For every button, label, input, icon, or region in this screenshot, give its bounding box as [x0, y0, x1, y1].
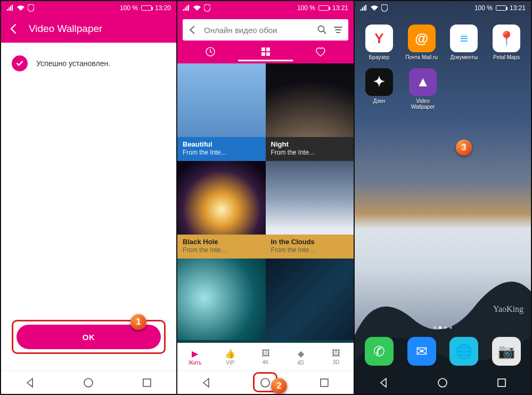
tab-categories[interactable]: [238, 44, 293, 60]
app-Petal-Maps[interactable]: 📍 Petal Maps: [487, 25, 526, 61]
filter-icon[interactable]: [333, 25, 343, 35]
wallpaper-card[interactable]: Beautiful From the Inte…: [177, 63, 266, 161]
back-icon[interactable]: [9, 23, 19, 34]
bottom-tab-VIP[interactable]: 👍VIP: [212, 343, 248, 370]
nav-back-icon[interactable]: [378, 377, 390, 389]
app-title: Video Wallpaper: [29, 23, 102, 35]
app-Документы[interactable]: ≡ Документы: [445, 25, 483, 61]
card-subtitle: From the Inte…: [183, 149, 260, 157]
category-tabs: [183, 44, 348, 60]
callout-3: 3: [456, 140, 472, 156]
battery-icon: [318, 5, 329, 11]
bottom-tab-4K[interactable]: 🖼4K: [248, 343, 283, 370]
card-subtitle: From the Inte…: [271, 149, 349, 157]
signal-icon: [360, 5, 367, 11]
status-bar: 100 % 13:20: [1, 1, 176, 15]
app-Почта-Mail.ru[interactable]: @ Почта Mail.ru: [403, 25, 441, 61]
battery-icon: [141, 5, 152, 11]
home-apps: Y Браузер@ Почта Mail.ru≡ Документы📍 Pet…: [355, 17, 531, 110]
search-icon[interactable]: [317, 25, 327, 35]
bottom-tab-4D[interactable]: ◆4D: [283, 343, 318, 370]
svg-rect-1: [143, 379, 151, 386]
search-input[interactable]: [204, 26, 311, 35]
wifi-icon: [17, 5, 24, 11]
dock-browser[interactable]: 🌐: [449, 337, 478, 366]
nav-recent-icon[interactable]: [141, 377, 153, 389]
wallpaper-grid: Beautiful From the Inte… Night From the …: [177, 63, 354, 356]
signal-icon: [183, 5, 190, 11]
callout-2: 2: [271, 378, 287, 394]
back-icon[interactable]: [188, 25, 198, 35]
app-Дзен[interactable]: ✦ Дзен: [360, 68, 398, 110]
svg-rect-7: [266, 52, 270, 56]
search-area: [177, 15, 354, 63]
dock-camera[interactable]: 📷: [492, 337, 521, 366]
app-bar: Video Wallpaper: [1, 15, 176, 43]
wallpaper-card[interactable]: Black Hole From the Inte…: [177, 161, 266, 259]
svg-rect-5: [266, 47, 270, 51]
ok-label: OK: [83, 333, 95, 342]
svg-rect-4: [261, 47, 265, 51]
card-subtitle: From the Inte…: [271, 246, 349, 254]
card-title: Night: [271, 140, 349, 149]
wallpaper-signature: YaoKing: [493, 304, 523, 314]
nav-recent-icon[interactable]: [318, 377, 330, 389]
svg-rect-11: [498, 379, 505, 386]
signal-icon: [6, 5, 14, 11]
tab-recent[interactable]: [183, 44, 238, 60]
battery-icon: [496, 5, 506, 11]
card-title: Black Hole: [183, 238, 260, 246]
android-navbar: [1, 370, 176, 394]
shield-icon: [28, 4, 34, 12]
wallpaper-card[interactable]: In the Clouds From the Inte…: [266, 161, 354, 259]
page-indicator: [355, 326, 531, 329]
app-Браузер[interactable]: Y Браузер: [360, 25, 398, 61]
dock-messages[interactable]: ✉: [407, 337, 436, 366]
search-bar[interactable]: [183, 19, 348, 41]
bottom-tab-3D[interactable]: 🖼3D: [318, 343, 354, 370]
status-bar: 100 % 13:21: [177, 1, 354, 15]
wifi-icon: [193, 5, 201, 11]
wallpaper-card[interactable]: Night From the Inte…: [266, 63, 354, 161]
battery-text: 100 %: [297, 4, 315, 12]
nav-back-icon[interactable]: [24, 377, 36, 389]
card-title: In the Clouds: [271, 238, 349, 246]
tab-favorites[interactable]: [293, 44, 348, 60]
wallpaper-card[interactable]: Diamond: [266, 259, 354, 356]
battery-text: 100 %: [120, 4, 138, 12]
clock: 13:21: [510, 4, 526, 12]
app-Video-Wallpaper[interactable]: ▲ VideoWallpaper: [404, 68, 442, 110]
battery-text: 100 %: [474, 4, 493, 12]
nav-back-icon[interactable]: [201, 377, 212, 389]
dock-phone[interactable]: ✆: [365, 337, 394, 366]
callout-1: 1: [130, 314, 146, 330]
bottom-tabs: ▶Жить👍VIP🖼4K◆4D🖼3D: [177, 343, 354, 370]
screen-3-homescreen: 100 % 13:21 Y Браузер@ Почта Mail.ru≡ До…: [355, 0, 532, 395]
dock: ✆✉🌐📷: [355, 332, 531, 370]
screen-2-gallery: 100 % 13:21 Beautiful From the Int: [177, 0, 355, 395]
wallpaper-card[interactable]: Dandelion: [177, 259, 266, 356]
status-bar: 100 % 13:21: [355, 1, 531, 15]
svg-rect-6: [261, 52, 265, 56]
check-icon: [12, 55, 28, 71]
nav-recent-icon[interactable]: [496, 377, 508, 389]
svg-rect-9: [321, 379, 328, 386]
shield-icon: [381, 4, 388, 12]
wifi-icon: [371, 5, 378, 11]
bottom-tab-Жить[interactable]: ▶Жить: [177, 343, 212, 370]
card-subtitle: From the Inte…: [183, 246, 260, 254]
nav-home-icon[interactable]: [83, 377, 94, 389]
svg-point-2: [318, 26, 324, 32]
nav-home-icon[interactable]: [437, 377, 448, 389]
svg-point-0: [84, 378, 93, 387]
card-title: Beautiful: [183, 140, 260, 149]
svg-point-10: [438, 378, 447, 387]
clock: 13:20: [155, 4, 171, 12]
screen-1-success: 100 % 13:20 Video Wallpaper Успешно уста…: [0, 0, 177, 395]
success-text: Успешно установлен.: [36, 59, 110, 68]
shield-icon: [204, 4, 210, 12]
clock: 13:21: [332, 4, 348, 12]
success-row: Успешно установлен.: [12, 55, 166, 71]
android-navbar: [355, 370, 531, 394]
